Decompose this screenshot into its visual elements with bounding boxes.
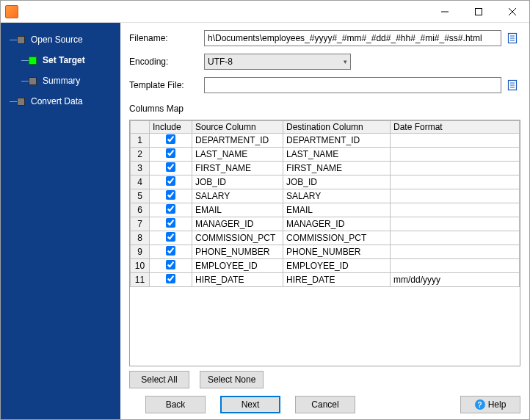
dest-cell[interactable]: JOB_ID [283,175,391,189]
include-checkbox[interactable] [166,134,175,144]
table-row[interactable]: 5SALARYSALARY [131,189,520,203]
header-source[interactable]: Source Column [192,121,283,134]
table-row[interactable]: 10EMPLOYEE_IDEMPLOYEE_ID [131,259,520,273]
include-cell[interactable] [150,231,192,245]
browse-filename-button[interactable] [504,30,520,46]
cancel-button[interactable]: Cancel [295,396,355,413]
dateformat-cell[interactable] [391,245,520,259]
table-row[interactable]: 11HIRE_DATEHIRE_DATEmm/dd/yyyy [131,273,520,287]
dest-cell[interactable]: LAST_NAME [283,148,391,162]
include-cell[interactable] [150,259,192,273]
table-row[interactable]: 3FIRST_NAMEFIRST_NAME [131,162,520,175]
template-label: Template File: [129,80,204,90]
include-checkbox[interactable] [166,176,175,186]
row-number: 9 [131,245,150,259]
source-cell[interactable]: EMAIL [192,203,283,217]
include-checkbox[interactable] [166,274,175,283]
step-set-target[interactable]: Set Target [1,52,120,68]
close-button[interactable] [495,1,529,23]
dest-cell[interactable]: EMAIL [283,203,391,217]
include-checkbox[interactable] [166,232,175,242]
source-cell[interactable]: PHONE_NUMBER [192,245,283,259]
include-checkbox[interactable] [166,148,175,158]
include-cell[interactable] [150,217,192,231]
header-dateformat[interactable]: Date Format [391,121,520,134]
source-cell[interactable]: COMMISSION_PCT [192,231,283,245]
help-icon: ? [475,399,485,410]
next-button[interactable]: Next [220,396,280,413]
dest-cell[interactable]: EMPLOYEE_ID [283,259,391,273]
header-rownum [131,121,150,134]
dateformat-cell[interactable] [391,217,520,231]
row-number: 6 [131,203,150,217]
include-cell[interactable] [150,245,192,259]
table-row[interactable]: 9PHONE_NUMBERPHONE_NUMBER [131,245,520,259]
table-row[interactable]: 8COMMISSION_PCTCOMMISSION_PCT [131,231,520,245]
dest-cell[interactable]: HIRE_DATE [283,273,391,287]
include-checkbox[interactable] [166,218,175,228]
titlebar [1,1,529,23]
include-checkbox[interactable] [166,190,175,200]
include-cell[interactable] [150,148,192,162]
header-include[interactable]: Include [150,121,192,134]
dest-cell[interactable]: COMMISSION_PCT [283,231,391,245]
source-cell[interactable]: EMPLOYEE_ID [192,259,283,273]
include-checkbox[interactable] [166,260,175,269]
include-checkbox[interactable] [166,162,175,172]
include-cell[interactable] [150,189,192,203]
dateformat-cell[interactable] [391,203,520,217]
browse-template-button[interactable] [504,77,520,93]
select-all-button[interactable]: Select All [129,371,189,388]
include-cell[interactable] [150,273,192,287]
source-cell[interactable]: JOB_ID [192,175,283,189]
dest-cell[interactable]: FIRST_NAME [283,162,391,175]
include-cell[interactable] [150,175,192,189]
source-cell[interactable]: SALARY [192,189,283,203]
encoding-value: UTF-8 [208,57,233,67]
table-row[interactable]: 2LAST_NAMELAST_NAME [131,148,520,162]
source-cell[interactable]: LAST_NAME [192,148,283,162]
step-open-source[interactable]: Open Source [1,32,120,48]
step-summary[interactable]: Summary [1,73,120,89]
dateformat-cell[interactable] [391,162,520,175]
table-row[interactable]: 6EMAILEMAIL [131,203,520,217]
dateformat-cell[interactable] [391,148,520,162]
dateformat-cell[interactable] [391,134,520,148]
source-cell[interactable]: MANAGER_ID [192,217,283,231]
include-cell[interactable] [150,134,192,148]
help-button[interactable]: ? Help [460,396,520,413]
dest-cell[interactable]: DEPARTMENT_ID [283,134,391,148]
template-input[interactable] [204,77,501,93]
dateformat-cell[interactable] [391,189,520,203]
selection-buttons: Select All Select None [129,371,520,388]
dest-cell[interactable]: PHONE_NUMBER [283,245,391,259]
include-checkbox[interactable] [166,204,175,214]
minimize-button[interactable] [428,1,462,23]
source-cell[interactable]: FIRST_NAME [192,162,283,175]
dest-cell[interactable]: MANAGER_ID [283,217,391,231]
header-dest[interactable]: Destination Column [283,121,391,134]
source-cell[interactable]: DEPARTMENT_ID [192,134,283,148]
table-row[interactable]: 4JOB_IDJOB_ID [131,175,520,189]
dest-cell[interactable]: SALARY [283,189,391,203]
dateformat-cell[interactable] [391,259,520,273]
include-cell[interactable] [150,203,192,217]
dateformat-cell[interactable]: mm/dd/yyyy [391,273,520,287]
select-none-button[interactable]: Select None [200,371,264,388]
dateformat-cell[interactable] [391,175,520,189]
columns-map-grid[interactable]: Include Source Column Destination Column… [129,120,520,366]
table-row[interactable]: 1DEPARTMENT_IDDEPARTMENT_ID [131,134,520,148]
document-icon [507,32,518,44]
back-button[interactable]: Back [145,396,206,413]
include-checkbox[interactable] [166,246,175,256]
table-row[interactable]: 7MANAGER_IDMANAGER_ID [131,217,520,231]
maximize-button[interactable] [462,1,495,23]
filename-input[interactable] [204,30,501,46]
encoding-select[interactable]: UTF-8 ▾ [204,54,351,70]
dateformat-cell[interactable] [391,231,520,245]
main-panel: Filename: Encoding: UTF-8 ▾ [120,23,529,419]
document-icon [507,79,518,91]
step-convert-data[interactable]: Convert Data [1,93,120,109]
source-cell[interactable]: HIRE_DATE [192,273,283,287]
include-cell[interactable] [150,162,192,175]
